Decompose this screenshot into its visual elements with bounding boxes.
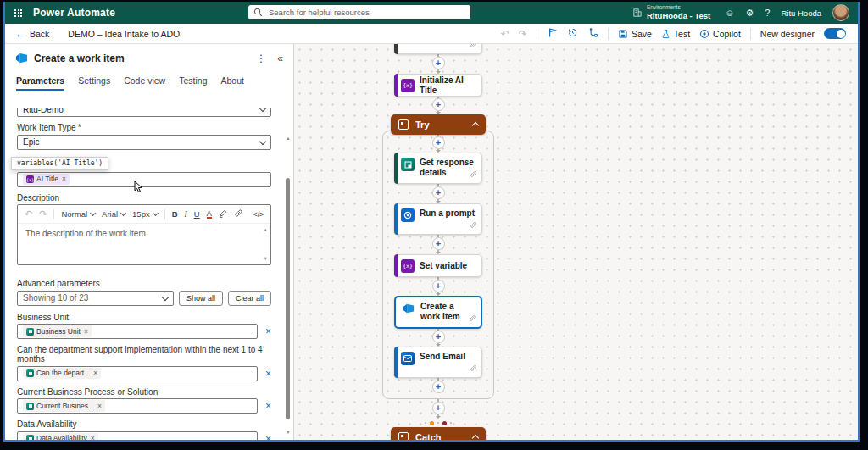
- scroll-up-icon[interactable]: ▲: [284, 136, 292, 141]
- field-input[interactable]: Data Availability×: [17, 431, 258, 441]
- flow-node-set-variable[interactable]: {x} Set variable: [394, 254, 482, 277]
- user-avatar[interactable]: [832, 4, 849, 21]
- insert-action-button[interactable]: +: [432, 381, 445, 393]
- remove-token-icon[interactable]: ×: [93, 369, 97, 377]
- panel-scrollbar[interactable]: ▲ ▼: [284, 100, 292, 438]
- project-dropdown[interactable]: Ritu-Demo: [17, 108, 271, 117]
- scroll-down-icon[interactable]: ▼: [264, 256, 268, 261]
- insert-action-button[interactable]: +: [432, 402, 445, 414]
- tab-about[interactable]: About: [220, 75, 243, 91]
- description-editor-body[interactable]: The description of the work item. ▲ ▼: [18, 223, 270, 264]
- save-button[interactable]: Save: [618, 29, 652, 39]
- flow-node-initialize-ai-title[interactable]: {x} Initialize AI Title: [394, 74, 482, 97]
- collapse-panel-icon[interactable]: «: [277, 53, 283, 64]
- clear-all-button[interactable]: Clear all: [228, 291, 271, 306]
- remove-parameter-button[interactable]: ×: [265, 401, 271, 411]
- insert-action-button[interactable]: +: [432, 237, 445, 250]
- flow-canvas[interactable]: + {x} Initialize AI Title + Try: [294, 44, 858, 440]
- settings-gear-icon[interactable]: ⚙: [745, 8, 754, 18]
- flow-checker-icon[interactable]: [587, 27, 598, 40]
- collapse-scope-icon[interactable]: [472, 435, 479, 440]
- more-menu-icon[interactable]: ⋮: [256, 53, 266, 64]
- copilot-button[interactable]: Copilot: [699, 29, 741, 39]
- dynamic-content-chip[interactable]: Can the depart...×: [23, 368, 101, 379]
- environment-name[interactable]: RituHooda - Test: [647, 11, 710, 20]
- user-name: Ritu Hooda: [781, 8, 821, 18]
- new-designer-toggle[interactable]: [824, 28, 846, 39]
- tab-parameters[interactable]: Parameters: [16, 75, 64, 91]
- highlight-button[interactable]: [219, 209, 227, 219]
- try-scope-header[interactable]: Try: [391, 114, 486, 135]
- scroll-up-icon[interactable]: ▲: [264, 227, 268, 232]
- tab-testing[interactable]: Testing: [179, 75, 207, 91]
- advanced-showing-dropdown[interactable]: Showing 10 of 23: [17, 291, 174, 306]
- catch-scope-header[interactable]: Catch: [391, 427, 486, 440]
- global-search[interactable]: [248, 5, 470, 19]
- environment-picker[interactable]: Environments RituHooda - Test: [632, 4, 710, 20]
- field-input[interactable]: Can the depart...×: [17, 366, 258, 381]
- forms-icon: [26, 403, 34, 410]
- flow-node-send-email[interactable]: Send Email: [394, 347, 482, 378]
- flow-node-partial[interactable]: [394, 44, 482, 54]
- insert-action-button[interactable]: +: [432, 280, 445, 292]
- remove-token-icon[interactable]: ×: [91, 434, 95, 440]
- italic-button[interactable]: I: [185, 210, 187, 219]
- dynamic-content-chip[interactable]: Data Availability×: [23, 433, 98, 440]
- insert-action-button[interactable]: +: [432, 136, 445, 149]
- rte-redo-icon[interactable]: ↷: [39, 209, 47, 219]
- flow-node-get-response-details[interactable]: Get response details: [394, 153, 482, 184]
- flow-node-create-a-work-item[interactable]: Create a work item: [394, 296, 482, 329]
- flow-node-run-a-prompt[interactable]: Run a prompt: [394, 203, 482, 235]
- connection-link-icon: [470, 360, 477, 375]
- font-color-button[interactable]: A: [207, 209, 212, 219]
- insert-action-button[interactable]: +: [432, 98, 445, 111]
- help-icon[interactable]: ?: [765, 8, 770, 18]
- flag-icon[interactable]: [547, 27, 558, 40]
- undo-icon[interactable]: ↶: [501, 29, 509, 39]
- field-input[interactable]: Business Unit×: [17, 324, 258, 339]
- scrollbar-thumb[interactable]: [286, 178, 290, 419]
- underline-button[interactable]: U: [194, 209, 200, 219]
- rte-style-dropdown[interactable]: Normal: [61, 209, 95, 219]
- scroll-down-icon[interactable]: ▼: [284, 430, 292, 435]
- collapse-scope-icon[interactable]: [472, 122, 479, 129]
- dynamic-content-chip[interactable]: Business Unit×: [23, 325, 92, 336]
- rte-code-view-button[interactable]: </>: [253, 210, 264, 219]
- field-input[interactable]: Current Busines...×: [17, 398, 258, 414]
- redo-icon[interactable]: ↷: [519, 29, 527, 39]
- waffle-menu-icon[interactable]: [14, 9, 22, 17]
- insert-action-button[interactable]: +: [432, 186, 445, 199]
- work-item-type-dropdown[interactable]: Epic: [17, 135, 271, 150]
- rte-size-dropdown[interactable]: 15px: [132, 209, 158, 219]
- back-button[interactable]: Back: [30, 29, 49, 39]
- search-input[interactable]: [267, 7, 440, 18]
- remove-parameter-button[interactable]: ×: [265, 326, 271, 336]
- app-name[interactable]: Power Automate: [33, 7, 115, 19]
- bold-button[interactable]: B: [172, 209, 178, 219]
- rte-font-dropdown[interactable]: Arial: [102, 209, 125, 219]
- test-button[interactable]: Test: [661, 29, 690, 39]
- new-designer-label: New designer: [760, 29, 815, 39]
- top-app-bar: Power Automate Environments RituHooda - …: [5, 2, 858, 24]
- back-arrow-icon[interactable]: ←: [15, 28, 25, 40]
- link-button[interactable]: [234, 208, 243, 219]
- feedback-smiley-icon[interactable]: ☺: [725, 8, 734, 18]
- ai-title-token-chip[interactable]: {x} AI Title ×: [23, 174, 70, 185]
- version-history-icon[interactable]: [567, 27, 578, 40]
- remove-token-icon[interactable]: ×: [62, 175, 66, 183]
- dynamic-content-chip[interactable]: Current Busines...×: [23, 400, 105, 411]
- variable-icon: {x}: [26, 175, 34, 183]
- remove-token-icon[interactable]: ×: [84, 327, 88, 336]
- remove-token-icon[interactable]: ×: [97, 402, 102, 410]
- title-input[interactable]: {x} AI Title ×: [17, 172, 271, 187]
- insert-action-button[interactable]: +: [432, 57, 445, 69]
- show-all-button[interactable]: Show all: [179, 291, 223, 306]
- rte-undo-icon[interactable]: ↶: [25, 209, 32, 219]
- remove-parameter-button[interactable]: ×: [265, 434, 271, 441]
- beaker-icon: [661, 29, 670, 39]
- connection-link-icon: [470, 166, 477, 181]
- insert-action-button[interactable]: +: [432, 331, 445, 343]
- tab-code-view[interactable]: Code view: [124, 75, 165, 91]
- tab-settings[interactable]: Settings: [78, 75, 110, 91]
- remove-parameter-button[interactable]: ×: [265, 369, 271, 379]
